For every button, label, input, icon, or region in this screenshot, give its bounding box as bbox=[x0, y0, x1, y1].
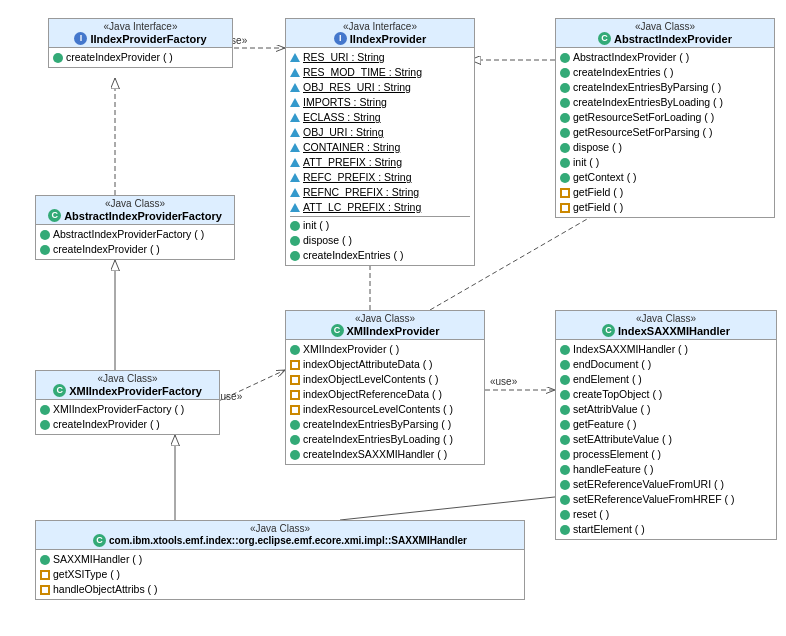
vis-public-icon bbox=[560, 405, 570, 415]
header-XMIIndexProviderFactory: «Java Class» C XMIIndexProviderFactory bbox=[36, 371, 219, 400]
vis-public-icon bbox=[560, 68, 570, 78]
member-AIP-getResourceSetForLoading: getResourceSetForLoading ( ) bbox=[560, 110, 770, 125]
member-ISH-getFeature: getFeature ( ) bbox=[560, 417, 772, 432]
member-AIP-createIndexEntries: createIndexEntries ( ) bbox=[560, 65, 770, 80]
vis-public-icon bbox=[560, 450, 570, 460]
stereotype-IIndexProviderFactory: «Java Interface» bbox=[53, 21, 228, 32]
vis-public-icon bbox=[560, 390, 570, 400]
vis-public-icon bbox=[560, 525, 570, 535]
member-ATT_PREFIX: ATT_PREFIX : String bbox=[290, 155, 470, 170]
member-OBJ_URI: OBJ_URI : String bbox=[290, 125, 470, 140]
vis-public-icon bbox=[290, 420, 300, 430]
vis-interface-icon bbox=[290, 143, 300, 152]
vis-public-icon bbox=[560, 510, 570, 520]
member-createIndexEntries: createIndexEntries ( ) bbox=[290, 248, 470, 263]
icon-AbstractIndexProvider: C bbox=[598, 32, 611, 45]
classname-XMIIndexProvider: C XMIIndexProvider bbox=[290, 324, 480, 337]
vis-protected-icon bbox=[40, 570, 50, 580]
vis-public-icon bbox=[560, 345, 570, 355]
vis-public-icon bbox=[290, 221, 300, 231]
vis-public-icon bbox=[560, 53, 570, 63]
header-XMIIndexProvider: «Java Class» C XMIIndexProvider bbox=[286, 311, 484, 340]
member-AIP-getField1: getField ( ) bbox=[560, 185, 770, 200]
member-OBJ_RES_URI: OBJ_RES_URI : String bbox=[290, 80, 470, 95]
classname-AbstractIndexProvider: C AbstractIndexProvider bbox=[560, 32, 770, 45]
header-AbstractIndexProviderFactory: «Java Class» C AbstractIndexProviderFact… bbox=[36, 196, 234, 225]
member-ISH-constructor: IndexSAXXMIHandler ( ) bbox=[560, 342, 772, 357]
box-SAXXMIHandler: «Java Class» C com.ibm.xtools.emf.index:… bbox=[35, 520, 525, 600]
vis-public-icon bbox=[560, 158, 570, 168]
icon-IIndexProviderFactory: I bbox=[74, 32, 87, 45]
member-SH-constructor: SAXXMIHandler ( ) bbox=[40, 552, 520, 567]
member-ISH-setEReferenceFromURI: setEReferenceValueFromURI ( ) bbox=[560, 477, 772, 492]
stereotype-IndexSAXXMIHandler: «Java Class» bbox=[560, 313, 772, 324]
icon-IndexSAXXMIHandler: C bbox=[602, 324, 615, 337]
member-ISH-handleFeature: handleFeature ( ) bbox=[560, 462, 772, 477]
member-XIP-indexResLevel: indexResourceLevelContents ( ) bbox=[290, 402, 480, 417]
vis-interface-icon bbox=[290, 98, 300, 107]
svg-line-9 bbox=[210, 370, 285, 405]
svg-text:«use»: «use» bbox=[490, 376, 518, 387]
body-AbstractIndexProvider: AbstractIndexProvider ( ) createIndexEnt… bbox=[556, 48, 774, 217]
vis-interface-icon bbox=[290, 173, 300, 182]
icon-XMIIndexProvider: C bbox=[331, 324, 344, 337]
member-SH-getXSIType: getXSIType ( ) bbox=[40, 567, 520, 582]
member-ISH-setAttribValue: setAttribValue ( ) bbox=[560, 402, 772, 417]
classname-SAXXMIHandler: C com.ibm.xtools.emf.index::org.eclipse.… bbox=[40, 534, 520, 547]
vis-public-icon bbox=[560, 465, 570, 475]
member-XIPF-createIndexProvider: createIndexProvider ( ) bbox=[40, 417, 215, 432]
vis-protected-icon bbox=[560, 188, 570, 198]
classname-IIndexProviderFactory: I IIndexProviderFactory bbox=[53, 32, 228, 45]
vis-interface-icon bbox=[290, 83, 300, 92]
member-AIP-createByLoading: createIndexEntriesByLoading ( ) bbox=[560, 95, 770, 110]
member-ISH-reset: reset ( ) bbox=[560, 507, 772, 522]
member-REFNC_PREFIX: REFNC_PREFIX : String bbox=[290, 185, 470, 200]
vis-interface-icon bbox=[290, 158, 300, 167]
box-AbstractIndexProvider: «Java Class» C AbstractIndexProvider Abs… bbox=[555, 18, 775, 218]
body-SAXXMIHandler: SAXXMIHandler ( ) getXSIType ( ) handleO… bbox=[36, 550, 524, 599]
vis-public-icon bbox=[290, 345, 300, 355]
member-ISH-setEAttributeValue: setEAttributeValue ( ) bbox=[560, 432, 772, 447]
classname-IIndexProvider: I IIndexProvider bbox=[290, 32, 470, 45]
vis-public-icon bbox=[40, 230, 50, 240]
member-ECLASS: ECLASS : String bbox=[290, 110, 470, 125]
header-IIndexProvider: «Java Interface» I IIndexProvider bbox=[286, 19, 474, 48]
vis-public-icon bbox=[40, 405, 50, 415]
vis-public-icon bbox=[560, 143, 570, 153]
vis-protected-icon bbox=[290, 405, 300, 415]
member-XIP-indexObjRef: indexObjectReferenceData ( ) bbox=[290, 387, 480, 402]
member-AIPF-constructor: AbstractIndexProviderFactory ( ) bbox=[40, 227, 230, 242]
vis-public-icon bbox=[290, 251, 300, 261]
classname-AbstractIndexProviderFactory: C AbstractIndexProviderFactory bbox=[40, 209, 230, 222]
member-XIP-createByLoading: createIndexEntriesByLoading ( ) bbox=[290, 432, 480, 447]
box-XMIIndexProvider: «Java Class» C XMIIndexProvider XMIIndex… bbox=[285, 310, 485, 465]
header-IIndexProviderFactory: «Java Interface» I IIndexProviderFactory bbox=[49, 19, 232, 48]
box-XMIIndexProviderFactory: «Java Class» C XMIIndexProviderFactory X… bbox=[35, 370, 220, 435]
vis-public-icon bbox=[40, 555, 50, 565]
icon-XMIIndexProviderFactory: C bbox=[53, 384, 66, 397]
member-init: init ( ) bbox=[290, 218, 470, 233]
member-ISH-createTopObject: createTopObject ( ) bbox=[560, 387, 772, 402]
icon-SAXXMIHandler: C bbox=[93, 534, 106, 547]
box-IndexSAXXMIHandler: «Java Class» C IndexSAXXMIHandler IndexS… bbox=[555, 310, 777, 540]
member-AIP-init: init ( ) bbox=[560, 155, 770, 170]
vis-public-icon bbox=[290, 236, 300, 246]
header-SAXXMIHandler: «Java Class» C com.ibm.xtools.emf.index:… bbox=[36, 521, 524, 550]
member-SH-handleObjectAttribs: handleObjectAttribs ( ) bbox=[40, 582, 520, 597]
vis-interface-icon bbox=[290, 188, 300, 197]
vis-interface-icon bbox=[290, 203, 300, 212]
stereotype-IIndexProvider: «Java Interface» bbox=[290, 21, 470, 32]
vis-protected-icon bbox=[290, 390, 300, 400]
classname-IndexSAXXMIHandler: C IndexSAXXMIHandler bbox=[560, 324, 772, 337]
vis-public-icon bbox=[560, 360, 570, 370]
member-ISH-startElement: startElement ( ) bbox=[560, 522, 772, 537]
member-AIP-getContext: getContext ( ) bbox=[560, 170, 770, 185]
member-ATT_LC_PREFIX: ATT_LC_PREFIX : String bbox=[290, 200, 470, 215]
member-XIPF-constructor: XMIIndexProviderFactory ( ) bbox=[40, 402, 215, 417]
box-IIndexProvider: «Java Interface» I IIndexProvider RES_UR… bbox=[285, 18, 475, 266]
vis-protected-icon bbox=[290, 375, 300, 385]
member-createIndexProvider: createIndexProvider ( ) bbox=[53, 50, 228, 65]
stereotype-AbstractIndexProviderFactory: «Java Class» bbox=[40, 198, 230, 209]
member-AIP-createByParsing: createIndexEntriesByParsing ( ) bbox=[560, 80, 770, 95]
member-AIPF-createIndexProvider: createIndexProvider ( ) bbox=[40, 242, 230, 257]
